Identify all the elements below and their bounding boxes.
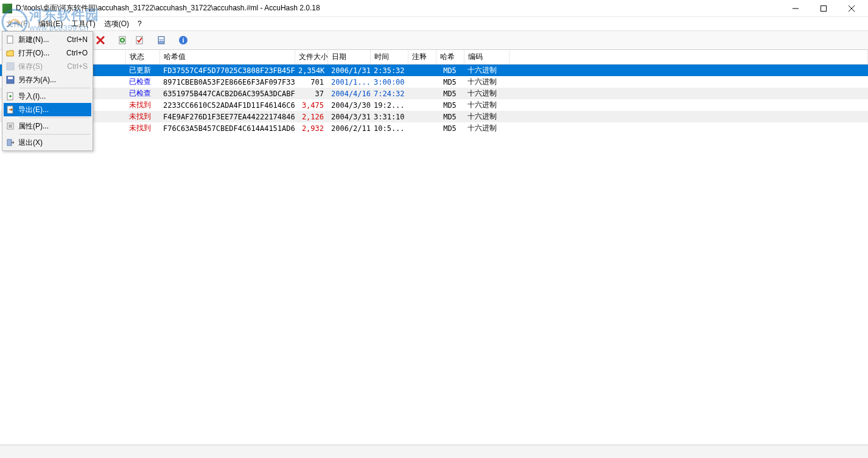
cell-hashval: 2233CC6610C52ADA4F1D11F46146C6BE (159, 99, 295, 111)
cell-hashval: F4E9AF276D1F3EE77EA44222174846E8 (159, 111, 295, 122)
content-area: 文件 状态 哈希值 文件大小 日期 时间 注释 哈希 编码 已更新FD37557… (0, 50, 868, 445)
svg-rect-18 (159, 40, 160, 41)
tool-info[interactable]: i (175, 32, 191, 48)
cell-time: 2:35:32 (370, 65, 408, 77)
menu-help[interactable]: ? (134, 18, 145, 29)
cell-rest (509, 65, 868, 77)
cell-size: 2,354K (295, 65, 327, 77)
cell-rest (509, 99, 868, 111)
table-header-row[interactable]: 文件 状态 哈希值 文件大小 日期 时间 注释 哈希 编码 (0, 50, 868, 65)
table-row[interactable]: 已检查8971CBEB0A53F2E866E6F3AF097F334470120… (0, 76, 868, 88)
cell-note (408, 76, 436, 88)
cell-date: 2004/4/16 (327, 88, 370, 99)
menu-options[interactable]: 选项(O) (100, 18, 133, 30)
svg-rect-20 (163, 40, 164, 41)
cell-enc: 十六进制 (464, 76, 509, 88)
cell-date: 2004/3/30 (327, 99, 370, 111)
cell-hashval: FD37557C4F5D77025C3808F23FB45F27 (159, 65, 295, 77)
window-controls (782, 0, 866, 17)
cell-alg: MD5 (436, 111, 464, 122)
menu-save: 保存(S) Ctrl+S (4, 60, 91, 73)
cell-note (408, 65, 436, 77)
statusbar (0, 445, 868, 458)
col-date[interactable]: 日期 (327, 50, 370, 65)
col-time[interactable]: 时间 (370, 50, 408, 65)
cell-date: 2006/1/31 (327, 65, 370, 77)
menu-export[interactable]: 导出(E)... (4, 103, 91, 116)
svg-rect-33 (7, 139, 12, 146)
cell-enc: 十六进制 (464, 88, 509, 99)
cell-enc: 十六进制 (464, 122, 509, 134)
cell-size: 2,126 (295, 111, 327, 122)
cell-hashval: F76C63A5B457CBEDF4C614A4151AD67A (159, 122, 295, 134)
cell-enc: 十六进制 (464, 99, 509, 111)
folder-open-icon (5, 48, 16, 58)
col-hashval[interactable]: 哈希值 (159, 50, 295, 65)
table-row[interactable]: 未找到F4E9AF276D1F3EE77EA44222174846E82,126… (0, 111, 868, 122)
cell-note (408, 99, 436, 111)
cell-rest (509, 122, 868, 134)
cell-alg: MD5 (436, 99, 464, 111)
cell-hashval: 8971CBEB0A53F2E866E6F3AF097F3344 (159, 76, 295, 88)
tool-refresh[interactable] (114, 32, 130, 48)
close-button[interactable] (838, 0, 866, 17)
menu-exit[interactable]: 退出(X) (4, 136, 91, 149)
col-rest (509, 50, 868, 65)
col-size[interactable]: 文件大小 (295, 50, 327, 65)
cell-enc: 十六进制 (464, 65, 509, 77)
cell-status: 未找到 (125, 99, 159, 111)
cell-note (408, 111, 436, 122)
menu-separator (19, 118, 90, 118)
cell-rest (509, 111, 868, 122)
cell-size: 701 (295, 76, 327, 88)
menu-file[interactable]: 文件(F) (2, 18, 33, 30)
cell-time: 7:24:32 (370, 88, 408, 99)
svg-rect-26 (8, 77, 13, 79)
file-menu-dropdown: 新建(N)... Ctrl+N 打开(O)... Ctrl+O 保存(S) Ct… (2, 31, 93, 151)
cell-time: 3:00:00 (370, 76, 408, 88)
col-note[interactable]: 注释 (408, 50, 436, 65)
app-icon (2, 4, 12, 13)
cell-size: 37 (295, 88, 327, 99)
cell-date: 2001/1... (327, 76, 370, 88)
cell-alg: MD5 (436, 76, 464, 88)
cell-time: 3:31:10 (370, 111, 408, 122)
cell-rest (509, 88, 868, 99)
cell-date: 2004/3/31 (327, 111, 370, 122)
table-row[interactable]: 未找到F76C63A5B457CBEDF4C614A4151AD67A2,932… (0, 122, 868, 134)
table-row[interactable]: 已检查6351975B447CACB2D6AC395A3DCABF3437200… (0, 88, 868, 99)
menu-properties[interactable]: 属性(P)... (4, 119, 91, 133)
menu-open[interactable]: 打开(O)... Ctrl+O (4, 46, 91, 60)
cell-rest (509, 76, 868, 88)
cell-enc: 十六进制 (464, 111, 509, 122)
col-status[interactable]: 状态 (125, 50, 159, 65)
menu-edit[interactable]: 编辑(E) (35, 18, 66, 30)
cell-time: 19:2... (370, 99, 408, 111)
menu-import[interactable]: 导入(I)... (4, 90, 91, 103)
tool-calc[interactable] (153, 32, 169, 48)
tool-delete[interactable] (93, 32, 108, 48)
cell-alg: MD5 (436, 122, 464, 134)
properties-icon (5, 121, 16, 131)
titlebar: D:\tools\桌面\河东软件园\accuhash_31722\accuhas… (0, 0, 868, 17)
exit-icon (5, 138, 16, 147)
menu-new[interactable]: 新建(N)... Ctrl+N (4, 33, 91, 46)
svg-rect-1 (821, 5, 827, 11)
svg-rect-19 (161, 40, 162, 41)
cell-status: 已更新 (125, 65, 159, 77)
cell-status: 未找到 (125, 122, 159, 134)
menu-saveas[interactable]: 另存为(A)... (4, 73, 91, 86)
menu-tools[interactable]: 工具(T) (68, 18, 99, 30)
table-row[interactable]: 已更新FD37557C4F5D77025C3808F23FB45F272,354… (0, 65, 868, 77)
cell-size: 2,932 (295, 122, 327, 134)
maximize-button[interactable] (810, 0, 838, 17)
hash-table[interactable]: 文件 状态 哈希值 文件大小 日期 时间 注释 哈希 编码 已更新FD37557… (0, 50, 868, 134)
cell-note (408, 88, 436, 99)
minimize-button[interactable] (782, 0, 810, 17)
tool-check[interactable] (131, 32, 147, 48)
col-hash[interactable]: 哈希 (436, 50, 464, 65)
toolbar: i (0, 30, 868, 50)
menu-separator (19, 134, 90, 135)
table-row[interactable]: 未找到2233CC6610C52ADA4F1D11F46146C6BE3,475… (0, 99, 868, 111)
col-enc[interactable]: 编码 (464, 50, 509, 65)
